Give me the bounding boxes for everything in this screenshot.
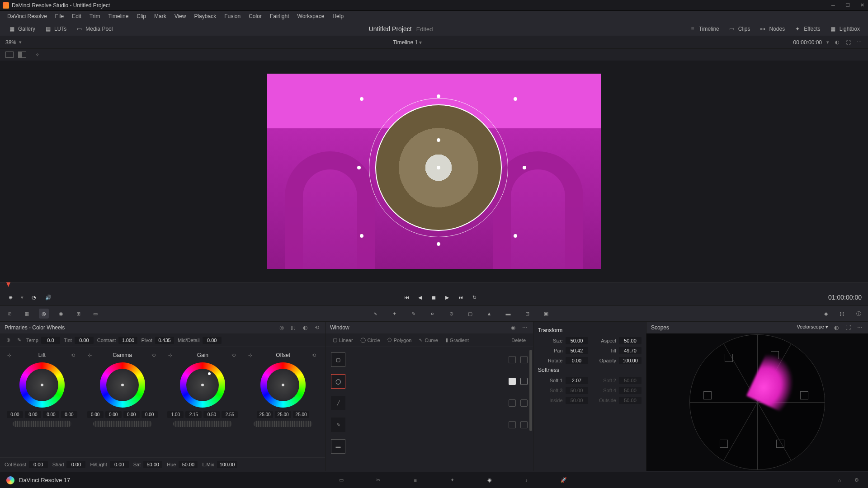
motion-icon[interactable]: ▭ — [90, 309, 100, 319]
playhead[interactable] — [8, 282, 9, 289]
scope-expand-icon[interactable]: ⛶ — [844, 324, 852, 331]
shad-value[interactable]: 0.00 — [66, 461, 85, 468]
pan-value[interactable]: 50.42 — [566, 347, 588, 354]
warper-icon[interactable]: ✦ — [389, 309, 399, 319]
options-icon[interactable]: ⋯ — [855, 39, 863, 46]
nodes-button[interactable]: ⊶Nodes — [755, 23, 788, 34]
log-mode-icon[interactable]: ◐ — [302, 324, 309, 331]
menu-edit[interactable]: Edit — [68, 12, 85, 21]
handle-tr[interactable] — [514, 97, 517, 101]
gain-jog[interactable] — [173, 421, 232, 427]
tc-dropdown-icon[interactable]: ▾ — [826, 39, 829, 45]
hdr-icon[interactable]: ◉ — [56, 309, 66, 319]
effects-button[interactable]: ✦Effects — [790, 23, 824, 34]
wheel-picker-icon[interactable]: ⊹ — [7, 352, 11, 358]
handle-tl[interactable] — [360, 97, 363, 101]
tilt-value[interactable]: 49.70 — [619, 347, 642, 354]
invert-toggle[interactable] — [520, 399, 528, 407]
minimize-button[interactable]: ─ — [830, 2, 836, 9]
curves-icon[interactable]: ∿ — [370, 309, 380, 319]
handle-bl[interactable] — [360, 234, 363, 238]
shape-row-pen2[interactable]: ✎ — [328, 415, 530, 435]
tracker-icon[interactable]: ⊙ — [446, 309, 456, 319]
lightbox-button[interactable]: ▦Lightbox — [826, 23, 863, 34]
prev-clip-button[interactable]: ⏮ — [402, 293, 410, 301]
channel-value[interactable]: 1.00 — [167, 411, 184, 418]
scopes-icon[interactable]: ⫿⫿ — [837, 309, 847, 319]
wheel-picker-icon[interactable]: ⊹ — [248, 352, 252, 358]
menu-view[interactable]: View — [171, 12, 190, 21]
lift-jog[interactable] — [13, 421, 71, 427]
tint-value[interactable]: 0.00 — [75, 337, 94, 344]
menu-help[interactable]: Help — [329, 12, 347, 21]
fusion-page-icon[interactable]: ✦ — [448, 475, 458, 485]
window-preset-icon[interactable]: ◉ — [509, 324, 517, 331]
soft1-value[interactable]: 2.07 — [566, 377, 588, 384]
split-icon[interactable] — [18, 52, 26, 58]
channel-value[interactable]: 0.00 — [105, 411, 122, 418]
channel-value[interactable]: 0.00 — [61, 411, 77, 418]
channel-value[interactable]: 0.00 — [25, 411, 41, 418]
circle-shape-button[interactable]: ◯Circle — [358, 336, 383, 344]
zoom-value[interactable]: 38% — [5, 39, 16, 46]
channel-value[interactable]: 0.00 — [87, 411, 104, 418]
scope-options-icon[interactable]: ⋯ — [856, 324, 863, 331]
wheel-picker-icon[interactable]: ⊹ — [168, 352, 172, 358]
channel-value[interactable]: 25.00 — [257, 411, 273, 418]
channel-value[interactable]: 0.00 — [7, 411, 23, 418]
rgb-mixer-icon[interactable]: ⊞ — [73, 309, 83, 319]
mask-toggle[interactable] — [509, 399, 516, 407]
menu-color[interactable]: Color — [245, 12, 265, 21]
opacity-value[interactable]: 100.00 — [619, 357, 642, 364]
timeline-button[interactable]: ≡Timeline — [685, 23, 723, 34]
camera-raw-icon[interactable]: ⎚ — [5, 309, 14, 319]
scope-ref-icon[interactable]: ◐ — [833, 324, 840, 331]
channel-value[interactable]: 25.00 — [275, 411, 291, 418]
gain-wheel[interactable] — [180, 362, 225, 408]
offset-wheel[interactable] — [260, 362, 306, 408]
fairlight-page-icon[interactable]: ♪ — [522, 475, 532, 485]
scrollbar[interactable] — [529, 350, 532, 431]
clips-button[interactable]: ▭Clips — [725, 23, 754, 34]
aspect-value[interactable]: 50.00 — [619, 337, 642, 344]
expand-icon[interactable]: ⛶ — [844, 39, 852, 46]
reverse-button[interactable]: ◀ — [416, 293, 424, 301]
home-icon[interactable]: ⌂ — [835, 475, 844, 485]
contrast-value[interactable]: 1.000 — [118, 337, 137, 344]
wheels-icon[interactable]: ◎ — [39, 309, 49, 319]
qualifier-icon[interactable]: ✎ — [408, 309, 418, 319]
invert-toggle[interactable] — [520, 356, 528, 363]
handle-tc[interactable] — [437, 94, 440, 98]
magic-mask-icon[interactable]: ▢ — [465, 309, 475, 319]
viewer[interactable] — [0, 61, 868, 282]
onscreen-control-icon[interactable]: ⊕ — [6, 293, 14, 301]
wheel-picker-icon[interactable]: ⊹ — [88, 352, 92, 358]
menu-davinci[interactable]: DaVinci Resolve — [4, 12, 51, 21]
hue-value[interactable]: 50.00 — [179, 461, 198, 468]
wheel-reset-icon[interactable]: ⟲ — [151, 352, 156, 358]
wheel-reset-icon[interactable]: ⟲ — [231, 352, 236, 358]
picker-icon[interactable]: ✎ — [15, 337, 23, 344]
menu-fusion[interactable]: Fusion — [221, 12, 244, 21]
next-clip-button[interactable]: ⏭ — [457, 293, 465, 301]
wheels-mode-icon[interactable]: ◎ — [278, 324, 285, 331]
viewer-timecode[interactable]: 00:00:00:00 — [793, 39, 822, 46]
handle-inner-t[interactable] — [437, 138, 440, 142]
gamma-jog[interactable] — [93, 421, 152, 427]
wheel-reset-icon[interactable]: ⟲ — [71, 352, 75, 358]
stop-button[interactable]: ◼ — [429, 293, 438, 301]
invert-toggle[interactable] — [520, 378, 528, 385]
keyframe-icon[interactable]: ◆ — [821, 309, 831, 319]
offset-jog[interactable] — [254, 421, 312, 427]
handle-bc[interactable] — [437, 242, 440, 246]
lift-wheel[interactable] — [19, 362, 65, 408]
menu-fairlight[interactable]: Fairlight — [266, 12, 293, 21]
sizing-icon[interactable]: ⊡ — [522, 309, 532, 319]
mini-timeline[interactable] — [0, 282, 868, 289]
play-button[interactable]: ▶ — [443, 293, 451, 301]
menu-trim[interactable]: Trim — [86, 12, 104, 21]
shape-row-gradient[interactable]: ▬ — [328, 436, 530, 456]
cut-page-icon[interactable]: ✂ — [373, 475, 383, 485]
temp-value[interactable]: 0.0 — [41, 337, 60, 344]
oc-dropdown-icon[interactable]: ▾ — [21, 295, 24, 300]
